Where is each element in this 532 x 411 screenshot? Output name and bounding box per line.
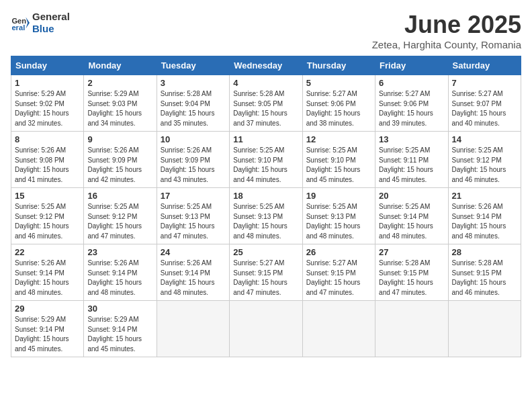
header-friday: Friday <box>375 56 448 75</box>
table-row: 7 Sunrise: 5:27 AM Sunset: 9:07 PM Dayli… <box>448 75 521 132</box>
day-number: 23 <box>87 247 152 257</box>
page-header: Gen eral General Blue June 2025 Zetea, H… <box>11 11 521 50</box>
day-info: Sunrise: 5:29 AM Sunset: 9:14 PM Dayligh… <box>87 315 152 354</box>
calendar-week-1: 1 Sunrise: 5:29 AM Sunset: 9:02 PM Dayli… <box>11 75 521 132</box>
header-monday: Monday <box>84 56 157 75</box>
header-thursday: Thursday <box>302 56 375 75</box>
table-row <box>375 301 448 357</box>
day-info: Sunrise: 5:26 AM Sunset: 9:14 PM Dayligh… <box>15 259 80 298</box>
table-row: 24 Sunrise: 5:26 AM Sunset: 9:14 PM Dayl… <box>157 244 229 301</box>
table-row: 16 Sunrise: 5:25 AM Sunset: 9:12 PM Dayl… <box>84 188 157 244</box>
table-row: 23 Sunrise: 5:26 AM Sunset: 9:14 PM Dayl… <box>84 244 157 301</box>
table-row: 5 Sunrise: 5:27 AM Sunset: 9:06 PM Dayli… <box>302 75 375 132</box>
day-info: Sunrise: 5:25 AM Sunset: 9:13 PM Dayligh… <box>161 202 226 241</box>
day-number: 2 <box>87 78 152 88</box>
table-row <box>230 301 302 357</box>
day-info: Sunrise: 5:27 AM Sunset: 9:06 PM Dayligh… <box>379 89 444 128</box>
table-row: 15 Sunrise: 5:25 AM Sunset: 9:12 PM Dayl… <box>11 188 84 244</box>
day-number: 11 <box>233 134 298 144</box>
calendar-header-row: Sunday Monday Tuesday Wednesday Thursday… <box>11 56 521 75</box>
calendar-week-4: 22 Sunrise: 5:26 AM Sunset: 9:14 PM Dayl… <box>11 244 521 301</box>
day-info: Sunrise: 5:28 AM Sunset: 9:15 PM Dayligh… <box>452 259 517 298</box>
table-row: 27 Sunrise: 5:28 AM Sunset: 9:15 PM Dayl… <box>375 244 448 301</box>
table-row: 4 Sunrise: 5:28 AM Sunset: 9:05 PM Dayli… <box>230 75 302 132</box>
day-info: Sunrise: 5:28 AM Sunset: 9:04 PM Dayligh… <box>161 89 226 128</box>
day-info: Sunrise: 5:25 AM Sunset: 9:10 PM Dayligh… <box>233 146 298 185</box>
day-number: 8 <box>15 134 80 144</box>
table-row <box>448 301 521 357</box>
day-number: 27 <box>379 247 444 257</box>
table-row: 29 Sunrise: 5:29 AM Sunset: 9:14 PM Dayl… <box>11 301 84 357</box>
day-number: 10 <box>161 134 226 144</box>
calendar-week-2: 8 Sunrise: 5:26 AM Sunset: 9:08 PM Dayli… <box>11 132 521 188</box>
day-number: 3 <box>161 78 226 88</box>
day-number: 5 <box>306 78 371 88</box>
table-row: 10 Sunrise: 5:26 AM Sunset: 9:09 PM Dayl… <box>157 132 229 188</box>
table-row: 22 Sunrise: 5:26 AM Sunset: 9:14 PM Dayl… <box>11 244 84 301</box>
day-number: 1 <box>15 78 80 88</box>
header-wednesday: Wednesday <box>230 56 302 75</box>
day-number: 30 <box>87 304 152 314</box>
table-row: 17 Sunrise: 5:25 AM Sunset: 9:13 PM Dayl… <box>157 188 229 244</box>
day-info: Sunrise: 5:27 AM Sunset: 9:15 PM Dayligh… <box>233 259 298 298</box>
table-row: 20 Sunrise: 5:25 AM Sunset: 9:14 PM Dayl… <box>375 188 448 244</box>
table-row: 3 Sunrise: 5:28 AM Sunset: 9:04 PM Dayli… <box>157 75 229 132</box>
day-number: 7 <box>452 78 517 88</box>
day-info: Sunrise: 5:25 AM Sunset: 9:13 PM Dayligh… <box>233 202 298 241</box>
header-saturday: Saturday <box>448 56 521 75</box>
table-row: 14 Sunrise: 5:25 AM Sunset: 9:12 PM Dayl… <box>448 132 521 188</box>
day-info: Sunrise: 5:26 AM Sunset: 9:08 PM Dayligh… <box>15 146 80 185</box>
day-number: 18 <box>233 191 298 201</box>
calendar-title: June 2025 <box>372 11 521 39</box>
calendar-week-3: 15 Sunrise: 5:25 AM Sunset: 9:12 PM Dayl… <box>11 188 521 244</box>
calendar-table: Sunday Monday Tuesday Wednesday Thursday… <box>11 56 521 357</box>
day-number: 29 <box>15 304 80 314</box>
day-info: Sunrise: 5:29 AM Sunset: 9:03 PM Dayligh… <box>87 89 152 128</box>
day-info: Sunrise: 5:28 AM Sunset: 9:05 PM Dayligh… <box>233 89 298 128</box>
day-number: 13 <box>379 134 444 144</box>
table-row <box>157 301 229 357</box>
day-info: Sunrise: 5:26 AM Sunset: 9:14 PM Dayligh… <box>452 202 517 241</box>
table-row: 26 Sunrise: 5:27 AM Sunset: 9:15 PM Dayl… <box>302 244 375 301</box>
day-number: 22 <box>15 247 80 257</box>
day-info: Sunrise: 5:25 AM Sunset: 9:13 PM Dayligh… <box>306 202 371 241</box>
day-number: 14 <box>452 134 517 144</box>
day-info: Sunrise: 5:25 AM Sunset: 9:12 PM Dayligh… <box>452 146 517 185</box>
day-info: Sunrise: 5:29 AM Sunset: 9:14 PM Dayligh… <box>15 315 80 354</box>
day-number: 6 <box>379 78 444 88</box>
table-row: 9 Sunrise: 5:26 AM Sunset: 9:09 PM Dayli… <box>84 132 157 188</box>
day-number: 17 <box>161 191 226 201</box>
logo-line1: General <box>32 11 70 23</box>
day-info: Sunrise: 5:29 AM Sunset: 9:02 PM Dayligh… <box>15 89 80 128</box>
day-info: Sunrise: 5:25 AM Sunset: 9:12 PM Dayligh… <box>15 202 80 241</box>
table-row: 28 Sunrise: 5:28 AM Sunset: 9:15 PM Dayl… <box>448 244 521 301</box>
logo: Gen eral General Blue <box>11 11 70 35</box>
table-row <box>302 301 375 357</box>
title-area: June 2025 Zetea, Harghita County, Romani… <box>372 11 521 50</box>
table-row: 18 Sunrise: 5:25 AM Sunset: 9:13 PM Dayl… <box>230 188 302 244</box>
day-info: Sunrise: 5:27 AM Sunset: 9:07 PM Dayligh… <box>452 89 517 128</box>
svg-marker-2 <box>26 17 30 29</box>
table-row: 30 Sunrise: 5:29 AM Sunset: 9:14 PM Dayl… <box>84 301 157 357</box>
table-row: 8 Sunrise: 5:26 AM Sunset: 9:08 PM Dayli… <box>11 132 84 188</box>
day-info: Sunrise: 5:28 AM Sunset: 9:15 PM Dayligh… <box>379 259 444 298</box>
day-info: Sunrise: 5:25 AM Sunset: 9:12 PM Dayligh… <box>87 202 152 241</box>
day-number: 4 <box>233 78 298 88</box>
table-row: 13 Sunrise: 5:25 AM Sunset: 9:11 PM Dayl… <box>375 132 448 188</box>
day-info: Sunrise: 5:25 AM Sunset: 9:11 PM Dayligh… <box>379 146 444 185</box>
day-info: Sunrise: 5:26 AM Sunset: 9:14 PM Dayligh… <box>161 259 226 298</box>
calendar-subtitle: Zetea, Harghita County, Romania <box>372 39 521 50</box>
calendar-week-5: 29 Sunrise: 5:29 AM Sunset: 9:14 PM Dayl… <box>11 301 521 357</box>
day-number: 21 <box>452 191 517 201</box>
day-number: 28 <box>452 247 517 257</box>
day-number: 20 <box>379 191 444 201</box>
day-number: 26 <box>306 247 371 257</box>
day-info: Sunrise: 5:27 AM Sunset: 9:06 PM Dayligh… <box>306 89 371 128</box>
day-number: 9 <box>87 134 152 144</box>
day-info: Sunrise: 5:26 AM Sunset: 9:14 PM Dayligh… <box>87 259 152 298</box>
day-number: 19 <box>306 191 371 201</box>
day-number: 25 <box>233 247 298 257</box>
logo-icon: Gen eral <box>11 13 30 32</box>
table-row: 12 Sunrise: 5:25 AM Sunset: 9:10 PM Dayl… <box>302 132 375 188</box>
table-row: 19 Sunrise: 5:25 AM Sunset: 9:13 PM Dayl… <box>302 188 375 244</box>
